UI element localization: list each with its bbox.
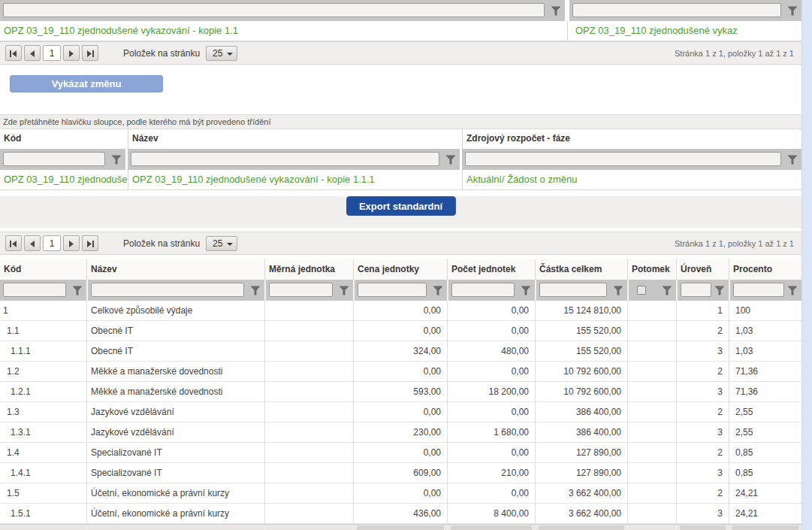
- budget-row[interactable]: 1.5Účetní, ekonomické a právní kurzy0,00…: [0, 483, 801, 504]
- page-size-select[interactable]: 25: [206, 236, 237, 251]
- kod-filter-input[interactable]: [3, 152, 105, 166]
- header-zdrojovy-rozpocet-faze[interactable]: Zdrojový rozpočet - fáze: [462, 129, 801, 149]
- header-kod[interactable]: Kód: [0, 129, 128, 149]
- cena-jednotky-filter-input[interactable]: [358, 283, 427, 297]
- kod-filter-cell: [0, 280, 86, 301]
- export-standard-button[interactable]: Export standardní: [346, 196, 456, 216]
- cell-pocet-jednotek: 0,00: [447, 321, 535, 341]
- filter-funnel-icon[interactable]: [521, 285, 531, 295]
- merna-jednotka-filter-input[interactable]: [269, 283, 333, 297]
- nazev-filter-input[interactable]: [91, 283, 244, 297]
- filter-funnel-icon[interactable]: [787, 5, 798, 15]
- cell-castka-celkem: 3 662 400,00: [535, 504, 627, 523]
- castka-celkem-filter-input[interactable]: [539, 283, 607, 297]
- filter-funnel-icon[interactable]: [433, 285, 443, 295]
- budget-row[interactable]: 1.1.1Obecné IT324,00480,00155 520,0031,0…: [0, 341, 801, 362]
- uroven-filter-input[interactable]: [681, 283, 711, 297]
- prev-page-button[interactable]: [24, 235, 41, 251]
- next-page-icon: [68, 47, 74, 60]
- aggregate-select[interactable]: [451, 525, 532, 530]
- header-nazev[interactable]: Název: [86, 259, 264, 280]
- budget-row[interactable]: 1.2Měkké a manažerské dovednosti0,000,00…: [0, 362, 801, 382]
- cell-potomek: [627, 443, 676, 462]
- header-merna-jednotka[interactable]: Měrná jednotka: [264, 259, 353, 280]
- phase-faze-link[interactable]: Aktuální/ Žádost o změnu: [462, 170, 801, 189]
- cell-potomek: [627, 321, 676, 341]
- kod-filter-cell: [0, 149, 125, 170]
- last-page-icon: [86, 47, 94, 60]
- phase-nazev-link[interactable]: OPZ 03_19_110 zjednodušené vykazování - …: [128, 170, 462, 189]
- header-cena-jednotky[interactable]: Cena jednotky: [353, 259, 447, 280]
- phase-table-row[interactable]: OPZ 03_19_110 zjednoduše... OPZ 03_19_11…: [0, 170, 801, 190]
- last-page-button[interactable]: [82, 45, 98, 61]
- budget-row[interactable]: 1.3Jazykové vzdělávání0,000,00386 400,00…: [0, 402, 801, 422]
- header-nazev[interactable]: Název: [128, 129, 462, 149]
- kod-filter-input[interactable]: [3, 283, 66, 297]
- source-table-row[interactable]: OPZ 03_19_110 zjednodušené vykazování - …: [0, 21, 801, 41]
- budget-row[interactable]: 1.4.1Specializované IT609,00210,00127 89…: [0, 463, 801, 483]
- phase-kod-link[interactable]: OPZ 03_19_110 zjednoduše...: [0, 170, 128, 189]
- cell-kod: 1: [0, 301, 86, 320]
- filter-funnel-icon[interactable]: [339, 285, 349, 295]
- budget-row[interactable]: 1.1Obecné IT0,000,00155 520,0021,03: [0, 321, 801, 341]
- header-kod[interactable]: Kód: [0, 259, 86, 280]
- next-page-button[interactable]: [63, 45, 80, 61]
- budget-row[interactable]: 1.3.1Jazykové vzdělávání230,001 680,0038…: [0, 422, 801, 443]
- nazev-filter-input[interactable]: [131, 152, 439, 166]
- source-name-filter-input[interactable]: [3, 3, 545, 17]
- cell-procento: 100: [729, 301, 801, 320]
- header-castka-celkem[interactable]: Částka celkem: [535, 259, 627, 280]
- current-page-input[interactable]: [43, 45, 61, 61]
- budget-row[interactable]: 1.5.1Účetní, ekonomické a právní kurzy43…: [0, 504, 801, 524]
- source-name-link[interactable]: OPZ 03_19_110 zjednodušené vykazování - …: [0, 21, 567, 41]
- page-size-select[interactable]: 25: [206, 46, 237, 61]
- vertical-scrollbar[interactable]: [801, 0, 812, 530]
- aggregate-select[interactable]: [680, 525, 726, 530]
- prev-page-button[interactable]: [24, 45, 41, 61]
- budget-row[interactable]: 1.4Specializované IT0,000,00127 890,0020…: [0, 443, 801, 463]
- group-by-hint-bar: Zde přetáhněte hlavičku sloupce, podle k…: [0, 114, 801, 129]
- procento-filter-cell: [729, 280, 801, 301]
- header-uroven[interactable]: Úroveň: [676, 259, 729, 280]
- current-page-input[interactable]: [43, 235, 61, 251]
- procento-filter-input[interactable]: [733, 283, 784, 297]
- filter-funnel-icon[interactable]: [72, 285, 83, 295]
- next-page-button[interactable]: [63, 235, 80, 251]
- cell-cena-jednotky: 230,00: [353, 422, 447, 442]
- cell-nazev: Celkové způsobilé výdaje: [86, 301, 264, 320]
- first-page-button[interactable]: [5, 45, 22, 61]
- budget-row[interactable]: 1Celkové způsobilé výdaje0,000,0015 124 …: [0, 301, 801, 321]
- filter-funnel-icon[interactable]: [613, 285, 623, 295]
- filter-funnel-icon[interactable]: [787, 154, 798, 164]
- cell-pocet-jednotek: 18 200,00: [447, 382, 535, 401]
- report-change-button[interactable]: Vykázat změnu: [10, 75, 163, 92]
- filter-funnel-icon[interactable]: [111, 154, 122, 164]
- cell-cena-jednotky: 0,00: [353, 362, 447, 381]
- filter-funnel-icon[interactable]: [787, 285, 798, 295]
- first-page-icon: [10, 47, 17, 60]
- filter-funnel-icon[interactable]: [714, 285, 725, 295]
- footer-cena-jednotky-cell: [353, 525, 447, 530]
- source-budget-filter-input[interactable]: [572, 3, 781, 17]
- cell-merna-jednotka: [264, 504, 353, 523]
- aggregate-select[interactable]: [539, 525, 624, 530]
- first-page-button[interactable]: [5, 235, 22, 251]
- source-budget-link[interactable]: OPZ 03_19_110 zjednodušené vykaz: [567, 21, 801, 41]
- header-pocet-jednotek[interactable]: Počet jednotek: [447, 259, 535, 280]
- budget-row[interactable]: 1.2.1Měkké a manažerské dovednosti593,00…: [0, 382, 801, 402]
- aggregate-select[interactable]: [732, 525, 798, 530]
- faze-filter-input[interactable]: [465, 152, 781, 166]
- filter-funnel-icon[interactable]: [662, 285, 672, 295]
- filter-funnel-icon[interactable]: [250, 285, 261, 295]
- last-page-button[interactable]: [82, 235, 98, 251]
- filter-funnel-icon[interactable]: [551, 5, 561, 15]
- cell-nazev: Měkké a manažerské dovednosti: [86, 382, 264, 401]
- aggregate-select[interactable]: [357, 525, 444, 530]
- potomek-filter-checkbox[interactable]: [637, 286, 646, 295]
- filter-funnel-icon[interactable]: [445, 154, 456, 164]
- cell-pocet-jednotek: 8 400,00: [447, 504, 535, 523]
- header-procento[interactable]: Procento: [729, 259, 801, 280]
- nazev-filter-cell: [86, 280, 264, 301]
- header-potomek[interactable]: Potomek: [627, 259, 676, 280]
- pocet-jednotek-filter-input[interactable]: [451, 283, 515, 297]
